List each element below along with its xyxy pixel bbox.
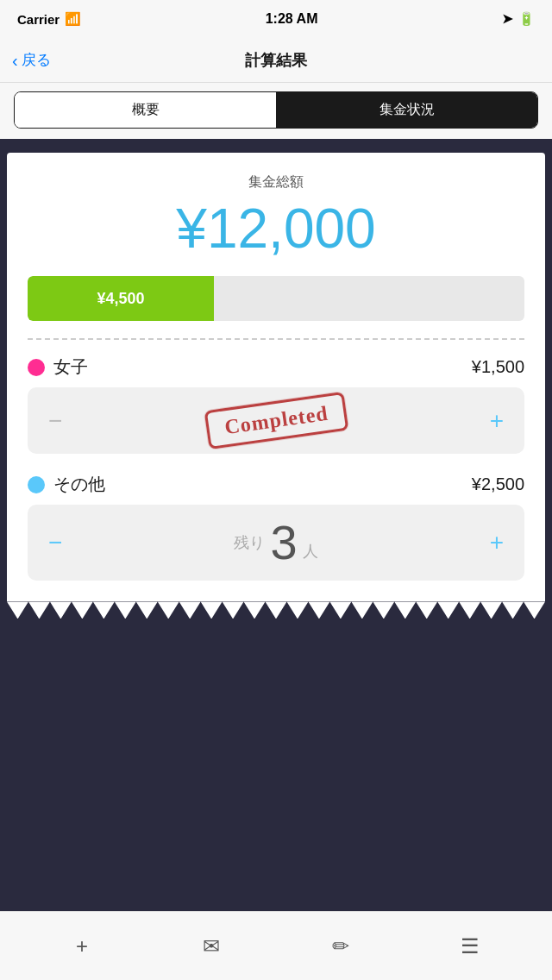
category-row-joshi: 女子 ¥1,500 [28, 340, 524, 387]
increment-sonota-button[interactable]: + [490, 531, 504, 555]
carrier-label: Carrier [17, 12, 60, 27]
segment-control: 概要 集金状況 [14, 91, 538, 129]
receipt-card: 集金総額 ¥12,000 ¥4,500 女子 ¥1,500 − Compl [7, 153, 545, 601]
mail-icon: ✉ [203, 934, 220, 958]
category-name-joshi: 女子 [53, 355, 88, 379]
remaining-count: 3 [270, 518, 297, 567]
collected-amount: ¥4,500 [97, 290, 144, 308]
scroll-area: 集金総額 ¥12,000 ¥4,500 女子 ¥1,500 − Compl [0, 139, 552, 914]
category-left-sonota: その他 [28, 473, 105, 496]
remaining-wrap: 残り 3 人 [234, 518, 317, 567]
category-left-joshi: 女子 [28, 355, 88, 379]
counter-row-sonota: − 残り 3 人 + [28, 505, 524, 581]
category-row-sonota: その他 ¥2,500 [28, 457, 524, 505]
back-label: 戻る [22, 50, 51, 70]
plus-icon: + [76, 934, 88, 958]
location-icon: ➤ [502, 11, 513, 27]
battery-icon: 🔋 [518, 11, 535, 27]
segment-wrap: 概要 集金状況 [0, 83, 552, 139]
status-left: Carrier 📶 [17, 11, 81, 27]
category-amount-sonota: ¥2,500 [472, 474, 524, 494]
bottom-toolbar: + ✉ ✏ ☰ [0, 911, 552, 980]
total-label: 集金総額 [28, 173, 524, 192]
category-amount-joshi: ¥1,500 [472, 357, 524, 377]
chevron-left-icon: ‹ [12, 52, 18, 69]
status-right: ➤ 🔋 [502, 11, 535, 27]
remaining-unit: 人 [303, 541, 318, 567]
completed-stamp: Completed [204, 392, 348, 449]
status-time: 1:28 AM [266, 11, 318, 27]
dot-joshi [28, 359, 45, 376]
receipt-zigzag [7, 601, 545, 619]
back-button[interactable]: ‹ 戻る [12, 50, 51, 70]
add-button[interactable]: + [63, 927, 101, 965]
dot-sonota [28, 476, 45, 493]
decrement-joshi-button[interactable]: − [48, 409, 62, 433]
hamburger-icon: ☰ [461, 934, 480, 958]
increment-joshi-button[interactable]: + [490, 409, 504, 433]
decrement-sonota-button[interactable]: − [48, 531, 62, 555]
edit-button[interactable]: ✏ [322, 927, 360, 965]
progress-fill: ¥4,500 [28, 276, 214, 321]
wifi-icon: 📶 [65, 11, 81, 27]
mail-button[interactable]: ✉ [192, 927, 230, 965]
tab-collection[interactable]: 集金状況 [276, 92, 537, 128]
menu-button[interactable]: ☰ [451, 927, 489, 965]
progress-bar: ¥4,500 [28, 276, 524, 321]
receipt-top: 集金総額 ¥12,000 [7, 153, 545, 276]
page-title: 計算結果 [245, 50, 307, 71]
tab-summary[interactable]: 概要 [15, 92, 276, 128]
total-amount: ¥12,000 [28, 198, 524, 259]
category-name-sonota: その他 [53, 473, 105, 496]
counter-row-joshi: − Completed + [28, 387, 524, 454]
remaining-label: 残り [234, 532, 265, 553]
nav-bar: ‹ 戻る 計算結果 [0, 38, 552, 83]
pencil-icon: ✏ [332, 934, 349, 958]
status-bar: Carrier 📶 1:28 AM ➤ 🔋 [0, 0, 552, 38]
category-section: 女子 ¥1,500 − Completed + その他 ¥2,500 − [7, 340, 545, 581]
